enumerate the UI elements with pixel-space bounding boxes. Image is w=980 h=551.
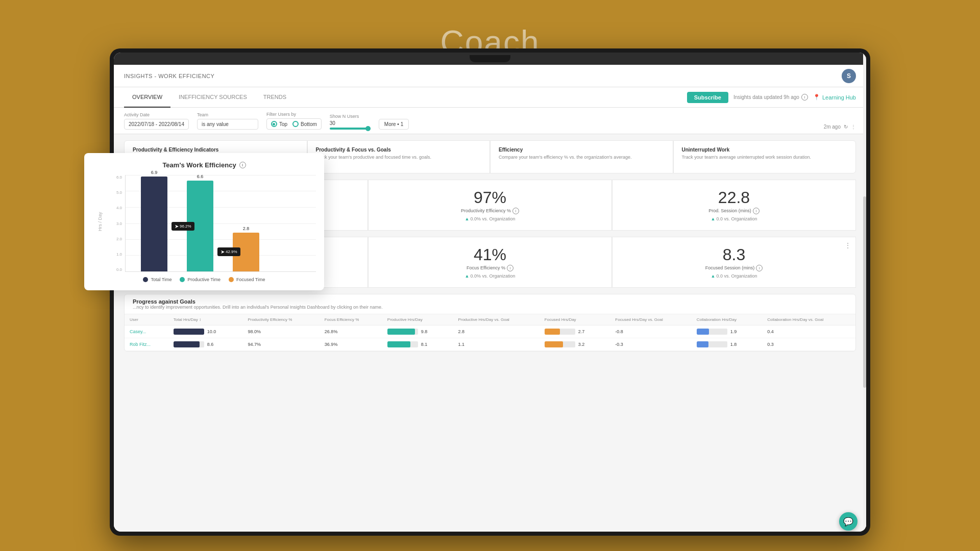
metric-focus-efficiency: 41% Focus Efficiency % i ▲ 0.0% vs. Orga… [368, 237, 612, 288]
col-total: Total Hrs/Day ↕ [168, 314, 243, 325]
show-n-label: Show N Users [330, 114, 371, 119]
more-button[interactable]: More • 1 [379, 119, 409, 130]
metric-prod-efficiency: 97% Productivity Efficiency % i ▲ 0.0% v… [368, 180, 612, 231]
filters-bar: Activity Date 2022/07/18 - 2022/08/14 Te… [114, 108, 866, 134]
insights-info: Insights data updated 9h ago i [733, 94, 808, 101]
cell-focused-goal-1: -0.3 [610, 338, 691, 351]
metric-label-5: Focused Session (mins) i [705, 265, 763, 271]
cell-focus-eff-1: 36.9% [320, 338, 382, 351]
activity-date-input[interactable]: 2022/07/18 - 2022/08/14 [124, 119, 189, 130]
metric-value-5: 8.3 [723, 246, 745, 263]
y-label-4: 4.0 [113, 206, 122, 210]
info-icon: i [801, 94, 808, 101]
mini-bar-total-1 [174, 341, 204, 347]
metric-label-4: Focus Efficiency % i [467, 265, 513, 271]
mini-bar-focused-0 [545, 329, 575, 335]
metric-info-icon-2: i [753, 208, 760, 214]
legend-dot-focused [229, 277, 234, 282]
metric-prod-session: 22.8 Prod. Session (mins) i ▲ 0.0 vs. Or… [612, 180, 856, 231]
team-input[interactable]: is any value [197, 119, 258, 130]
metric-info-icon-4: i [507, 265, 513, 271]
insight-card-efficiency: Efficiency Compare your team's efficienc… [490, 140, 673, 173]
chart-popup: Team's Work Efficiency i Hrs / Day 0.0 1… [84, 153, 324, 290]
progress-header: Progress against Goals ...ncy to identif… [125, 294, 855, 314]
col-prod-hrs: Productive Hrs/Day [382, 314, 453, 325]
app-container: INSIGHTS - WORK EFFICIENCY S OVERVIEW IN… [114, 65, 866, 532]
device-frame: INSIGHTS - WORK EFFICIENCY S OVERVIEW IN… [110, 48, 870, 536]
y-label-6: 6.0 [113, 175, 122, 180]
filter-users-label: Filter Users by [266, 112, 322, 117]
subscribe-button[interactable]: Subscribe [687, 92, 728, 103]
tab-inefficiency[interactable]: INEFFICIENCY SOURCES [170, 87, 255, 108]
radio-bottom[interactable]: Bottom [292, 121, 317, 127]
metric-dots-icon[interactable]: ⋮ [844, 241, 851, 249]
radio-top-dot [271, 121, 277, 127]
col-user: User [125, 314, 168, 325]
slider-thumb [365, 126, 371, 131]
cell-user-0[interactable]: Casey... [125, 325, 168, 338]
cell-prod-goal-1: 1.1 [453, 338, 539, 351]
header-right: S [842, 69, 856, 83]
learning-hub[interactable]: 📍 Learning Hub [813, 94, 856, 101]
bar-group-total: 6.9 [141, 170, 167, 271]
chat-bubble[interactable]: 💬 [839, 512, 857, 531]
arrow-up-icon-4: ▲ [465, 273, 470, 279]
mini-bar-prod-1 [387, 341, 418, 347]
cell-prod-hrs-1: 8.1 [382, 338, 453, 351]
card-title-3: Uninterrupted Work [682, 147, 848, 153]
insight-card-focus: Productivity & Focus vs. Goals Track you… [307, 140, 491, 173]
tab-overview[interactable]: OVERVIEW [124, 87, 170, 108]
scroll-thumb [863, 196, 866, 388]
col-focus-eff: Focus Efficiency % [320, 314, 382, 325]
bar-group-productive: 6.6 ➤ 96.2% [187, 174, 213, 271]
bars-area: 6.9 6.6 ➤ 96.2% 2.8 [125, 175, 316, 272]
radio-bottom-dot [292, 121, 299, 127]
radio-top-label: Top [279, 121, 287, 127]
cell-collab-hrs-1: 1.8 [692, 338, 763, 351]
metric-vs-1: ▲ 0.0% vs. Organization [465, 216, 516, 221]
table-row: Casey... 10.0 98.0% 26. [125, 325, 855, 338]
cell-user-1[interactable]: Rob Fitz... [125, 338, 168, 351]
activity-date-group: Activity Date 2022/07/18 - 2022/08/14 [124, 112, 189, 130]
chart-legend: Total Time Productive Time Focused Time [92, 277, 316, 282]
legend-label-productive: Productive Time [187, 277, 220, 282]
radio-group: Top Bottom [266, 118, 322, 130]
legend-productive: Productive Time [180, 277, 220, 282]
arrow-up-icon-1: ▲ [465, 216, 470, 221]
slider-track[interactable] [330, 128, 371, 130]
radio-top[interactable]: Top [271, 121, 287, 127]
mini-bar-collab-0 [697, 329, 727, 335]
cell-prod-goal-0: 2.8 [453, 325, 539, 338]
refresh-icon[interactable]: ↻ [844, 124, 848, 130]
metric-vs-5: ▲ 0.0 vs. Organization [711, 273, 757, 279]
cell-prod-hrs-0: 9.8 [382, 325, 453, 338]
mini-bar-total-0 [174, 329, 204, 335]
slider-fill [330, 128, 371, 130]
card-title-0: Productivity & Efficiency Indicators [133, 147, 299, 153]
radio-bottom-label: Bottom [301, 121, 317, 127]
y-label-1: 1.0 [113, 252, 122, 257]
card-desc-1: Track your team's productive and focused… [316, 154, 482, 161]
legend-label-total: Total Time [151, 277, 172, 282]
vertical-scrollbar[interactable] [863, 65, 866, 532]
avatar: S [842, 69, 856, 83]
cell-focused-hrs-0: 2.7 [540, 325, 610, 338]
mini-bar-focused-1 [545, 341, 575, 347]
more-options-icon[interactable]: ⋮ [851, 124, 856, 130]
cell-total-1: 8.6 [168, 338, 243, 351]
table-row: Rob Fitz... 8.6 94.7% 3 [125, 338, 855, 351]
card-title-1: Productivity & Focus vs. Goals [316, 147, 482, 153]
metric-focused-session: ⋮ 8.3 Focused Session (mins) i ▲ 0.0 vs.… [612, 237, 856, 288]
arrow-up-icon-5: ▲ [711, 273, 716, 279]
cell-collab-hrs-0: 1.9 [692, 325, 763, 338]
legend-dot-total [143, 277, 148, 282]
cell-focused-goal-0: -0.8 [610, 325, 691, 338]
metric-info-icon-1: i [512, 208, 519, 214]
chart-info-icon: i [239, 162, 246, 168]
metric-vs-2: ▲ 0.0 vs. Organization [711, 216, 757, 221]
col-focused-hrs: Focused Hrs/Day [540, 314, 610, 325]
metric-vs-4: ▲ 0.0% vs. Organization [465, 273, 516, 279]
tabs-right: Subscribe Insights data updated 9h ago i… [687, 92, 856, 103]
mini-bar-collab-1 [697, 341, 727, 347]
tab-trends[interactable]: TRENDS [255, 87, 295, 108]
